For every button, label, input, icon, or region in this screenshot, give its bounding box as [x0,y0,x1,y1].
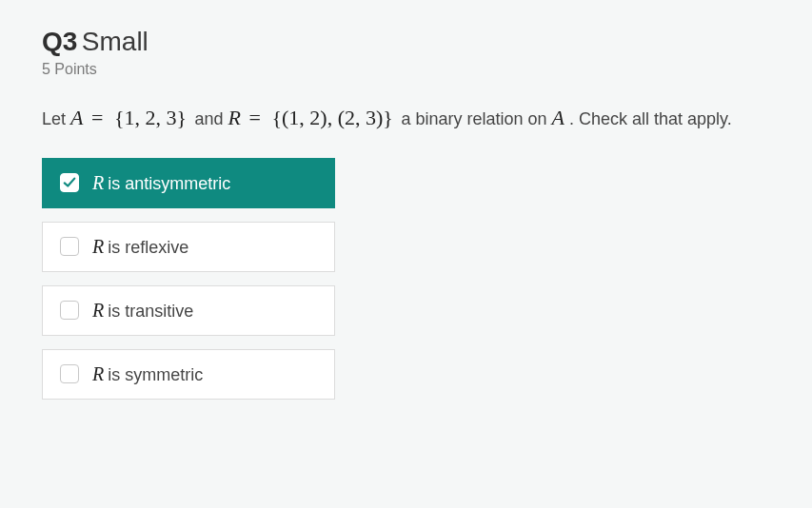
checkbox [60,173,79,192]
checkbox [60,301,79,320]
question-header: Q3 Small [42,27,770,57]
option-transitive[interactable]: R is transitive [42,285,335,336]
math-set-a: A = {1, 2, 3} [70,106,195,129]
option-label: R is antisymmetric [92,172,230,194]
option-symmetric[interactable]: R is symmetric [42,349,335,400]
option-label: R is symmetric [92,363,203,385]
options-list: R is antisymmetric R is reflexive R is t… [42,158,335,400]
option-reflexive[interactable]: R is reflexive [42,222,335,272]
prompt-text: Let [42,109,70,128]
prompt-text: and [195,109,228,128]
question-title: Small [82,27,149,56]
prompt-text: a binary relation on [401,109,551,128]
check-icon [63,176,76,189]
option-antisymmetric[interactable]: R is antisymmetric [42,158,335,208]
checkbox [60,364,79,383]
prompt-text: . Check all that apply. [569,109,732,128]
math-set-r: R = {(1, 2), (2, 3)} [228,106,402,129]
checkbox [60,237,79,256]
math-a-ref: A [552,106,564,129]
option-label: R is transitive [92,300,193,322]
question-prompt: Let A = {1, 2, 3} and R = {(1, 2), (2, 3… [42,99,770,137]
question-points: 5 Points [42,61,770,78]
option-label: R is reflexive [92,236,188,258]
question-number: Q3 [42,27,77,56]
